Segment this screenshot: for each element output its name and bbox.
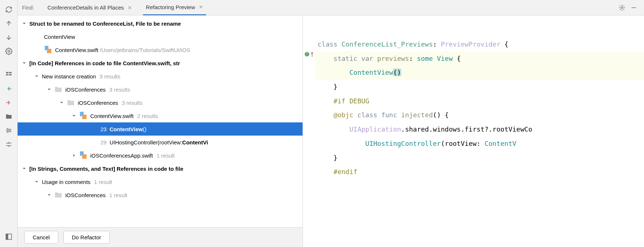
gear-icon[interactable] [2, 45, 15, 58]
settings-icon[interactable] [616, 2, 628, 14]
line-number: 29 [100, 139, 107, 145]
tab-label: ConferenceDetails in All Places [47, 4, 124, 11]
svg-rect-1 [6, 72, 8, 73]
svg-text:I: I [306, 52, 308, 56]
result-count: 1 result [94, 179, 112, 185]
close-icon[interactable]: ✕ [128, 5, 132, 11]
file-name: ContentView.swift [90, 113, 133, 119]
folder-icon [54, 191, 62, 199]
diff-left-icon[interactable] [2, 82, 15, 95]
result-count: 1 result [109, 192, 127, 198]
group-label: [In Code] References in code to file Con… [29, 60, 180, 66]
tree-item-contentview-file[interactable]: ContentView.swift /Users/jetbrains/Tutor… [18, 43, 303, 56]
main-area: Find: ConferenceDetails in All Places ✕ … [18, 0, 644, 247]
usages-tree-panel: Struct to be renamed to ConferenceList, … [18, 15, 303, 247]
result-count: 3 results [100, 73, 121, 80]
top-bar: Find: ConferenceDetails in All Places ✕ … [18, 0, 644, 15]
chevron-down-icon[interactable] [46, 87, 52, 92]
file-path: /Users/jetbrains/Tutorials/SwiftUI/iOS [100, 47, 190, 53]
chevron-right-icon[interactable] [71, 153, 77, 158]
code-preview-panel[interactable]: I class ConferenceList_Previews: Preview… [303, 15, 644, 247]
gutter [303, 15, 315, 247]
code-line: } [303, 151, 644, 165]
group-icon[interactable] [2, 68, 15, 81]
chevron-down-icon[interactable] [59, 100, 65, 105]
group-label: [In Strings, Comments, and Text] Referen… [29, 166, 183, 172]
tree-group-in-strings[interactable]: [In Strings, Comments, and Text] Referen… [18, 162, 303, 175]
group-label: Usage in comments [42, 179, 91, 185]
left-toolbar [0, 0, 18, 247]
cancel-button[interactable]: Cancel [24, 231, 58, 244]
tree-usage-line-29[interactable]: 29 UIHostingController(rootView: Content… [18, 136, 303, 149]
chevron-down-icon[interactable] [46, 193, 52, 197]
usage-pre: UIHostingController(rootView: [110, 139, 182, 145]
collapse-all-icon[interactable] [2, 138, 15, 151]
svg-rect-4 [9, 74, 11, 75]
svg-rect-12 [82, 115, 87, 119]
tree-folder-2[interactable]: iOSConferences 3 results [18, 96, 303, 109]
chevron-down-icon[interactable] [34, 74, 40, 78]
tree-folder-1[interactable]: iOSConferences 3 results [18, 83, 303, 96]
chevron-down-icon[interactable] [34, 180, 40, 184]
folder-label: iOSConferences [65, 86, 106, 93]
tree-group-new-instance[interactable]: New instance creation 3 results [18, 70, 303, 83]
chevron-down-icon[interactable] [21, 166, 27, 171]
refresh-icon[interactable] [2, 3, 15, 16]
tree-root-label: Struct to be renamed to ConferenceList, … [29, 21, 181, 27]
close-icon[interactable]: ✕ [199, 4, 203, 10]
usage-bold: ContentVi [182, 139, 208, 145]
tree-folder-3[interactable]: iOSConferences 1 result [18, 188, 303, 202]
code-line: #endif [303, 165, 644, 179]
tab-refactoring-preview[interactable]: Refactoring Preview ✕ [143, 0, 206, 15]
folder-label: iOSConferences [65, 192, 106, 198]
arrow-down-icon[interactable] [2, 31, 15, 44]
swift-file-icon [44, 46, 52, 54]
svg-rect-6 [6, 234, 8, 240]
folder-tree-icon[interactable] [2, 110, 15, 123]
code-line: } [303, 80, 644, 94]
folder-label: iOSConferences [78, 100, 118, 106]
chevron-down-icon[interactable] [71, 114, 77, 118]
tree-group-in-code[interactable]: [In Code] References in code to file Con… [18, 56, 303, 70]
line-number: 23 [100, 126, 107, 132]
chevron-down-icon[interactable] [21, 61, 27, 65]
tab-label: Refactoring Preview [146, 4, 195, 10]
code-line: class ConferenceList_Previews: PreviewPr… [303, 37, 644, 52]
code-line: @objc class func injected() { [303, 108, 644, 122]
tree-group-usage-comments[interactable]: Usage in comments 1 result [18, 175, 303, 188]
svg-rect-3 [9, 72, 11, 73]
result-count: 1 result [157, 152, 175, 159]
tree-root[interactable]: Struct to be renamed to ConferenceList, … [18, 17, 303, 30]
file-name: iOSConferencesApp.swift [90, 152, 153, 159]
tab-conference-details[interactable]: ConferenceDetails in All Places ✕ [44, 0, 135, 15]
footer-bar: Cancel Do Refactor [18, 227, 303, 247]
tree-usage-line-23[interactable]: 23 ContentView() [18, 122, 303, 136]
code-line: #if DEBUG [303, 94, 644, 108]
svg-rect-2 [6, 74, 8, 75]
result-count: 2 results [137, 113, 158, 119]
code-line-current-usage: ContentView() [303, 66, 644, 80]
chevron-down-icon[interactable] [21, 21, 27, 26]
folder-icon [54, 85, 62, 93]
arrow-up-icon[interactable] [2, 17, 15, 30]
diff-right-icon[interactable] [2, 96, 15, 109]
gutter-implement-icon[interactable]: I [304, 52, 315, 57]
svg-point-7 [621, 7, 623, 8]
group-label: New instance creation [42, 73, 96, 80]
usage-post: () [143, 126, 146, 132]
expand-all-icon[interactable] [2, 124, 15, 137]
usage-bold: ContentView [110, 126, 143, 132]
swift-file-icon [79, 112, 87, 120]
find-label: Find: [22, 4, 34, 11]
swift-file-icon [79, 151, 87, 159]
tree-item-label: ContentView [44, 34, 75, 40]
tree-item-contentview[interactable]: ContentView [18, 30, 303, 43]
do-refactor-button[interactable]: Do Refactor [63, 231, 110, 244]
result-count: 3 results [109, 86, 130, 93]
tree-file-contentview[interactable]: ContentView.swift 2 results [18, 109, 303, 122]
layout-icon[interactable] [2, 230, 15, 243]
code-line: UIApplication.shared.windows.first?.root… [303, 122, 644, 137]
svg-point-0 [8, 51, 10, 52]
tree-file-app[interactable]: iOSConferencesApp.swift 1 result [18, 149, 303, 162]
minimize-icon[interactable] [628, 2, 640, 14]
